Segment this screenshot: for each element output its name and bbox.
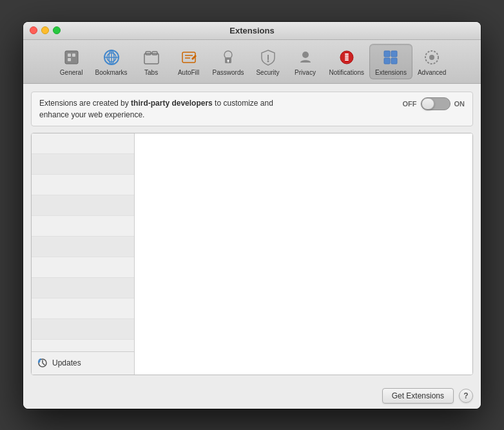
- svg-point-21: [302, 52, 309, 58]
- svg-rect-3: [68, 58, 71, 61]
- list-item[interactable]: [32, 340, 134, 351]
- toolbar-item-security[interactable]: Security: [249, 44, 287, 79]
- security-icon: [258, 47, 278, 68]
- general-icon: [61, 47, 82, 68]
- toolbar-label-extensions: Extensions: [375, 69, 407, 76]
- svg-rect-26: [345, 59, 349, 61]
- toolbar-label-advanced: Advanced: [418, 69, 446, 76]
- list-item[interactable]: [32, 319, 134, 340]
- svg-rect-1: [68, 54, 71, 57]
- autofill-icon: [179, 47, 199, 68]
- info-bar: Extensions are created by third-party de…: [31, 92, 473, 126]
- help-button[interactable]: ?: [459, 389, 473, 403]
- svg-rect-24: [345, 55, 349, 57]
- list-item[interactable]: [32, 133, 134, 154]
- toolbar-item-passwords[interactable]: Passwords: [208, 44, 249, 79]
- svg-rect-27: [384, 51, 390, 57]
- window-title: Extensions: [229, 26, 274, 35]
- get-extensions-button[interactable]: Get Extensions: [382, 388, 454, 404]
- privacy-icon: [295, 47, 316, 68]
- toggle-knob: [422, 98, 434, 110]
- toggle-on-label: ON: [454, 100, 465, 108]
- bottom-bar: Get Extensions ?: [23, 383, 481, 409]
- bookmarks-icon: [101, 47, 122, 68]
- toggle-area: OFF ON: [403, 97, 465, 110]
- svg-point-31: [429, 55, 434, 60]
- list-item[interactable]: [32, 298, 134, 319]
- title-bar: Extensions: [23, 22, 481, 40]
- svg-rect-2: [72, 54, 75, 57]
- toolbar-label-passwords: Passwords: [213, 69, 244, 76]
- toolbar-item-notifications[interactable]: Notifications: [324, 44, 369, 79]
- list-item[interactable]: [32, 216, 134, 237]
- right-panel: [135, 133, 472, 375]
- maximize-button[interactable]: [53, 26, 61, 34]
- svg-rect-28: [391, 51, 397, 57]
- svg-rect-29: [384, 58, 390, 64]
- list-item[interactable]: [32, 175, 134, 195]
- toolbar-item-general[interactable]: General: [53, 44, 90, 79]
- extension-list: [32, 133, 134, 351]
- updates-label: Updates: [52, 358, 81, 367]
- list-item[interactable]: [32, 195, 134, 216]
- toolbar-item-advanced[interactable]: Advanced: [412, 44, 451, 79]
- tabs-icon: [141, 47, 162, 68]
- app-window: Extensions General: [23, 22, 481, 409]
- toolbar-label-general: General: [60, 69, 83, 76]
- svg-rect-30: [391, 58, 397, 64]
- info-text: Extensions are created by third-party de…: [39, 97, 349, 121]
- minimize-button[interactable]: [41, 26, 49, 34]
- left-panel: Updates: [32, 133, 135, 375]
- traffic-lights: [30, 26, 61, 34]
- toolbar-label-bookmarks: Bookmarks: [95, 69, 128, 76]
- list-item[interactable]: [32, 237, 134, 257]
- panels-area: Updates: [31, 133, 473, 375]
- toolbar-item-privacy[interactable]: Privacy: [287, 44, 324, 79]
- toolbar: General Bookmarks: [23, 40, 481, 84]
- toggle-off-label: OFF: [403, 100, 417, 108]
- toolbar-item-bookmarks[interactable]: Bookmarks: [90, 44, 133, 79]
- list-item[interactable]: [32, 257, 134, 278]
- toolbar-label-autofill: AutoFill: [178, 69, 199, 76]
- svg-rect-0: [65, 51, 78, 64]
- svg-rect-23: [345, 54, 349, 55]
- updates-bar[interactable]: Updates: [32, 351, 134, 375]
- svg-point-20: [267, 60, 269, 62]
- list-item[interactable]: [32, 154, 134, 175]
- extensions-toggle[interactable]: [421, 97, 451, 110]
- extensions-icon: [380, 47, 401, 68]
- toolbar-label-security: Security: [256, 69, 279, 76]
- updates-icon: [37, 357, 48, 369]
- toolbar-label-privacy: Privacy: [295, 69, 316, 76]
- close-button[interactable]: [30, 26, 37, 34]
- svg-rect-25: [345, 57, 349, 59]
- toolbar-label-notifications: Notifications: [329, 69, 364, 76]
- passwords-icon: [218, 47, 238, 68]
- toolbar-item-extensions[interactable]: Extensions: [369, 44, 412, 79]
- toolbar-label-tabs: Tabs: [144, 69, 158, 76]
- advanced-icon: [422, 47, 442, 68]
- toolbar-item-tabs[interactable]: Tabs: [133, 44, 170, 79]
- toolbar-item-autofill[interactable]: AutoFill: [170, 44, 208, 79]
- list-item[interactable]: [32, 278, 134, 298]
- content-area: Extensions are created by third-party de…: [23, 84, 481, 383]
- notifications-icon: [336, 47, 357, 68]
